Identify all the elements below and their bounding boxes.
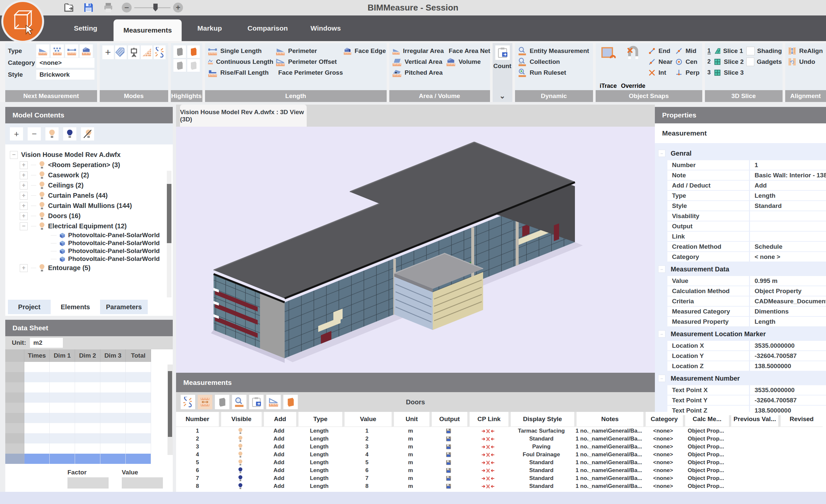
property-value[interactable] (750, 222, 826, 231)
show-bulb-button[interactable] (45, 127, 59, 140)
property-group-header[interactable]: − Measurement Number (655, 371, 826, 385)
collapse-icon[interactable]: − (10, 151, 18, 159)
data-sheet-cell[interactable] (100, 433, 126, 443)
property-value[interactable]: 3535.0000000 (750, 385, 826, 395)
data-sheet-cell[interactable] (75, 403, 100, 413)
group-collapse-box[interactable]: − (658, 330, 665, 337)
cell-output[interactable] (429, 435, 467, 443)
viewport-3d[interactable] (176, 127, 655, 373)
data-sheet-row[interactable] (5, 382, 173, 392)
snap-end[interactable]: End (648, 45, 672, 56)
tab-comparison[interactable]: Comparison (238, 15, 298, 41)
data-sheet-cell[interactable] (75, 413, 100, 423)
property-value[interactable]: 138.5000000 (750, 405, 826, 415)
print-button[interactable] (102, 1, 115, 14)
cell-cp-link[interactable] (467, 451, 509, 459)
cell-add[interactable]: Add (261, 475, 296, 482)
property-row[interactable]: Criteria CADMeasure_Document... (655, 297, 826, 306)
type-area-button[interactable] (36, 45, 49, 58)
ribbon-item-perimeter-offset[interactable]: Perimeter Offset (276, 56, 341, 67)
expand-icon[interactable]: + (20, 161, 27, 169)
expand-icon[interactable]: + (20, 182, 27, 189)
override-icon[interactable] (626, 45, 640, 60)
data-sheet-cell[interactable] (24, 392, 50, 403)
data-sheet-cell[interactable] (126, 362, 151, 372)
property-value[interactable] (750, 232, 826, 241)
property-value[interactable]: Length (750, 317, 826, 326)
itrace-icon[interactable] (601, 45, 616, 61)
type-count-button[interactable] (51, 45, 64, 58)
visibility-bulb-icon[interactable] (39, 191, 45, 200)
data-sheet-cell[interactable] (24, 433, 50, 443)
data-sheet-cell[interactable] (50, 423, 75, 433)
group-collapse-box[interactable]: − (658, 375, 665, 382)
data-sheet-cell[interactable] (75, 362, 100, 372)
unit-input[interactable]: m2 (30, 338, 63, 348)
data-sheet-column-header[interactable]: Total (126, 350, 151, 362)
highlight-gray-button[interactable] (173, 45, 186, 58)
data-sheet-cell[interactable] (126, 372, 151, 382)
ribbon-item-vertical-area[interactable]: Vertical Area (392, 56, 444, 67)
data-sheet-cell[interactable] (100, 362, 126, 372)
cell-visible[interactable] (219, 427, 261, 435)
ribbon-item-continuous-length[interactable]: Continuous Length (208, 56, 274, 67)
data-sheet-row[interactable] (5, 423, 173, 433)
property-row[interactable]: Text Point Z 138.5000000 (655, 405, 826, 415)
shading-checkbox[interactable] (746, 47, 755, 55)
cell-add[interactable]: Add (261, 482, 296, 490)
row-header-cell[interactable] (5, 372, 24, 382)
cell-cp-link[interactable] (467, 435, 509, 443)
gadgets-checkbox[interactable] (746, 58, 754, 66)
shading-checkbox-item[interactable]: Shading (746, 45, 782, 56)
ribbon-item-face-perimeter-gross[interactable]: Face Perimeter Gross (276, 67, 341, 78)
property-value[interactable]: Object Property (750, 286, 826, 296)
cell-add[interactable]: Add (261, 427, 296, 435)
data-sheet-cell[interactable] (24, 443, 50, 454)
cell-visible[interactable] (219, 435, 261, 443)
property-value[interactable]: 0.995 m (750, 276, 826, 286)
ribbon-item-realign[interactable]: ReAlign (788, 45, 823, 56)
measurements-column-header[interactable]: Type (296, 412, 342, 427)
ribbon-item-pitched-area[interactable]: Pitched Area (392, 67, 444, 78)
tab-setting[interactable]: Setting (58, 15, 114, 41)
property-value[interactable]: Length (750, 191, 826, 200)
data-sheet-cell[interactable] (100, 382, 126, 392)
row-header-cell[interactable] (5, 443, 24, 454)
cell-output[interactable] (429, 482, 467, 490)
type-volume-button[interactable] (80, 45, 93, 58)
data-sheet-cell[interactable] (75, 382, 100, 392)
data-sheet-cell[interactable] (126, 382, 151, 392)
data-sheet-cell[interactable] (100, 443, 126, 454)
property-group-header[interactable]: − Measurement Data (655, 262, 826, 276)
tab-project[interactable]: Project (8, 300, 51, 314)
property-value[interactable]: -32604.700587 (750, 351, 826, 361)
cell-cp-link[interactable] (467, 482, 509, 490)
zoom-out-button[interactable]: − (122, 3, 132, 12)
property-value[interactable]: Schedule (750, 242, 826, 251)
toggle-visibility-button[interactable] (81, 127, 94, 140)
property-group-header[interactable]: − Genral (655, 146, 826, 160)
data-sheet-cell[interactable] (50, 403, 75, 413)
tree-category-row[interactable]: + Casework (2) (5, 170, 173, 180)
snap-near[interactable]: Near (648, 56, 672, 67)
visibility-bulb-icon[interactable] (39, 181, 45, 189)
tree-root[interactable]: − Vision House Model Rev A.dwfx (5, 150, 173, 160)
ribbon-item-single-length[interactable]: Single Length (208, 45, 274, 56)
cell-output[interactable] (429, 466, 467, 475)
property-value[interactable] (750, 211, 826, 221)
measurement-row[interactable]: 7 Add Length 7 m Standard 1 no._name\Gen… (176, 475, 826, 482)
row-header-cell[interactable] (5, 392, 24, 403)
mode-unlink-button[interactable] (154, 45, 165, 59)
cell-add[interactable]: Add (261, 435, 296, 443)
tree-category-row[interactable]: + Doors (16) (5, 211, 173, 221)
data-sheet-row[interactable] (5, 433, 173, 443)
page-gray-button[interactable] (215, 395, 229, 409)
row-header-cell[interactable] (5, 423, 24, 433)
data-sheet-cell[interactable] (50, 372, 75, 382)
data-sheet-row[interactable] (5, 443, 173, 454)
cell-output[interactable] (429, 427, 467, 435)
row-header-cell[interactable] (5, 433, 24, 443)
data-sheet-cell[interactable] (126, 403, 151, 413)
data-sheet-cell[interactable] (75, 443, 100, 454)
zoom-in-button[interactable]: + (173, 3, 183, 12)
